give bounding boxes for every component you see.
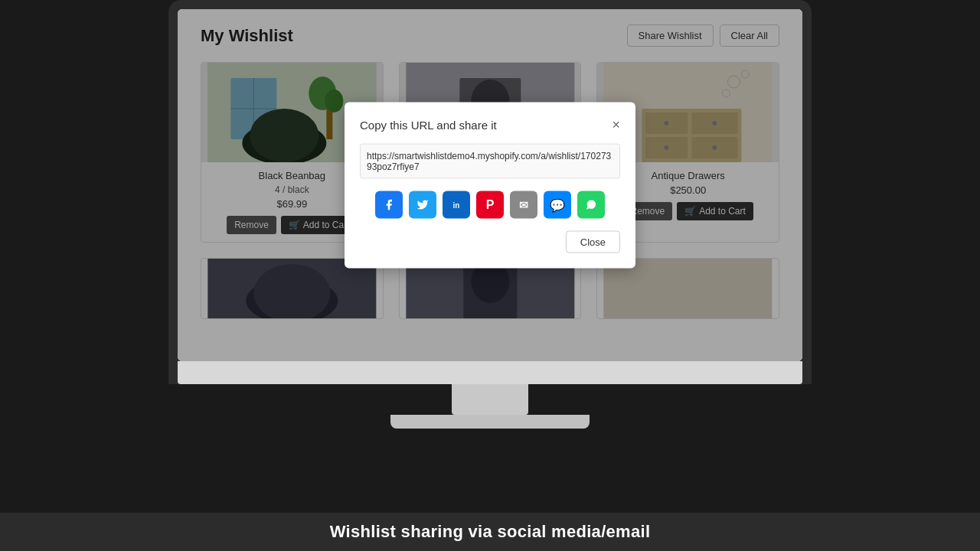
messenger-share-icon[interactable]: 💬 xyxy=(544,191,571,219)
bottom-banner: Wishlist sharing via social media/email xyxy=(0,513,980,551)
pinterest-share-icon[interactable]: P xyxy=(476,191,504,219)
monitor-stand-neck xyxy=(452,384,528,415)
social-icons-row: in P ✉ 💬 xyxy=(360,191,620,219)
monitor-chin xyxy=(178,361,802,384)
twitter-share-icon[interactable] xyxy=(409,191,436,219)
monitor-base xyxy=(390,415,590,429)
modal-footer: Close xyxy=(360,231,620,253)
modal-title: Copy this URL and share it xyxy=(360,118,497,131)
linkedin-share-icon[interactable]: in xyxy=(443,191,470,219)
close-modal-button[interactable]: Close xyxy=(566,231,620,253)
whatsapp-share-icon[interactable] xyxy=(577,191,605,219)
modal-header: Copy this URL and share it × xyxy=(360,118,620,132)
email-share-icon[interactable]: ✉ xyxy=(510,191,537,219)
facebook-share-icon[interactable] xyxy=(375,191,403,219)
share-modal: Copy this URL and share it × https://sma… xyxy=(345,103,635,269)
modal-url: https://smartwishlistdemo4.myshopify.com… xyxy=(360,144,620,179)
modal-close-x-button[interactable]: × xyxy=(612,118,620,132)
